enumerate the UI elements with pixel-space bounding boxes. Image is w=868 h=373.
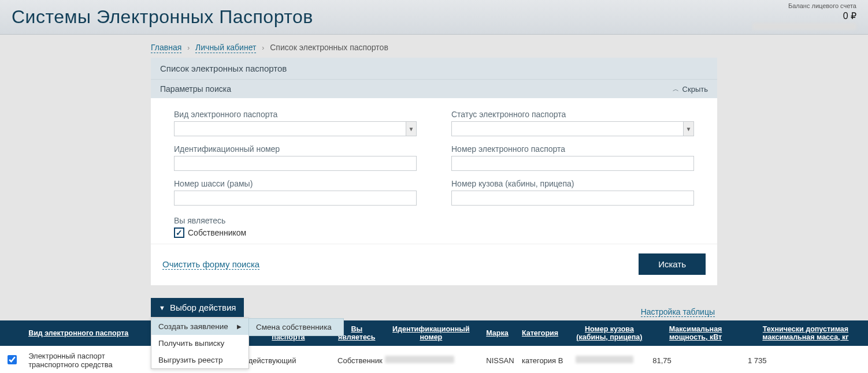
chevron-down-icon: ▼	[683, 122, 693, 136]
breadcrumb-cabinet[interactable]: Личный кабинет	[195, 43, 256, 53]
owner-checkbox-label: Собственником	[188, 228, 246, 237]
params-title: Параметры поиска	[160, 84, 231, 94]
col-idnum[interactable]: Идентификационный номер	[380, 320, 481, 346]
params-header: Параметры поиска ︿ Скрыть	[151, 79, 717, 98]
chassis-label: Номер шасси (рамы)	[174, 179, 417, 188]
chevron-down-icon: ▼	[406, 122, 416, 136]
status-label: Статус электронного паспорта	[451, 110, 694, 119]
collapse-label: Скрыть	[682, 85, 708, 94]
submenu: Смена собственника	[248, 318, 344, 336]
type-select[interactable]: ▼	[174, 121, 417, 136]
panel-title: Список электронных паспортов	[151, 58, 717, 79]
top-bar: Системы Электронных Паспортов Баланс лиц…	[0, 0, 868, 35]
col-power[interactable]: Максимальная мощность, кВт	[648, 320, 743, 346]
cell-body	[571, 346, 648, 373]
cell-power: 81,75	[648, 346, 743, 373]
submenu-change-owner[interactable]: Смена собственника	[249, 319, 343, 335]
balance-amount: 0 ₽	[752, 10, 856, 23]
col-body[interactable]: Номер кузова (кабины, прицепа)	[571, 320, 648, 346]
balance-redacted	[752, 23, 856, 30]
idnum-label: Идентификационный номер	[174, 144, 417, 154]
chassis-input[interactable]	[174, 191, 417, 206]
breadcrumb-current: Список электронных паспортов	[270, 43, 388, 52]
owner-checkbox[interactable]: ✓	[174, 227, 184, 238]
breadcrumb-sep: ›	[187, 44, 190, 52]
col-checkbox	[0, 320, 24, 346]
body-input[interactable]	[451, 191, 694, 206]
form-actions: Очистить форму поиска Искать	[151, 244, 717, 285]
menu-export-registry[interactable]: Выгрузить реестр	[151, 352, 248, 368]
idnum-input[interactable]	[174, 156, 417, 171]
caret-down-icon: ▼	[159, 304, 165, 311]
results-table: Вид электронного паспорта Статус электро…	[0, 320, 868, 373]
col-type[interactable]: Вид электронного паспорта	[24, 320, 149, 346]
app-title: Системы Электронных Паспортов	[12, 6, 313, 28]
chevron-up-icon: ︿	[673, 85, 679, 94]
menu-create-application[interactable]: Создать заявление ▶ Смена собственника	[151, 318, 248, 335]
action-menu: Создать заявление ▶ Смена собственника П…	[151, 318, 249, 369]
col-mass[interactable]: Технически допустимая максимальная масса…	[743, 320, 868, 346]
action-dropdown-label: Выбор действия	[170, 303, 236, 312]
table-row[interactable]: Электронный паспорт транспортного средст…	[0, 346, 868, 373]
caret-right-icon: ▶	[237, 323, 242, 330]
cell-you-are: Собственник	[333, 346, 380, 373]
clear-form-link[interactable]: Очистить форму поиска	[162, 259, 259, 270]
epnum-input[interactable]	[451, 156, 694, 171]
results-toolbar: ▼ Выбор действия Создать заявление ▶ Сме…	[151, 298, 717, 317]
cell-idnum	[380, 346, 481, 373]
menu-get-extract[interactable]: Получить выписку	[151, 335, 248, 352]
status-select[interactable]: ▼	[451, 121, 694, 136]
balance-label: Баланс лицевого счета	[752, 2, 856, 10]
search-button[interactable]: Искать	[639, 253, 706, 275]
cell-status: действующий	[244, 346, 333, 373]
search-form: Вид электронного паспорта ▼ Статус элект…	[151, 98, 717, 244]
balance-block: Баланс лицевого счета 0 ₽	[752, 2, 856, 32]
type-label: Вид электронного паспорта	[174, 110, 417, 119]
collapse-toggle[interactable]: ︿ Скрыть	[673, 85, 708, 94]
action-dropdown[interactable]: ▼ Выбор действия	[151, 298, 244, 317]
you-are-label: Вы являетесь	[174, 216, 694, 225]
breadcrumb: Главная › Личный кабинет › Список электр…	[151, 35, 717, 58]
col-brand[interactable]: Марка	[481, 320, 517, 346]
row-checkbox[interactable]	[8, 355, 17, 364]
cell-brand: NISSAN	[481, 346, 517, 373]
cell-category: категория B	[517, 346, 571, 373]
cell-type: Электронный паспорт транспортного средст…	[24, 346, 149, 373]
breadcrumb-sep: ›	[262, 44, 264, 52]
table-settings-link[interactable]: Настройка таблицы	[641, 307, 715, 317]
body-label: Номер кузова (кабины, прицепа)	[451, 179, 694, 188]
epnum-label: Номер электронного паспорта	[451, 144, 694, 154]
cell-mass: 1 735	[743, 346, 868, 373]
breadcrumb-home[interactable]: Главная	[151, 43, 181, 53]
col-category[interactable]: Категория	[517, 320, 571, 346]
